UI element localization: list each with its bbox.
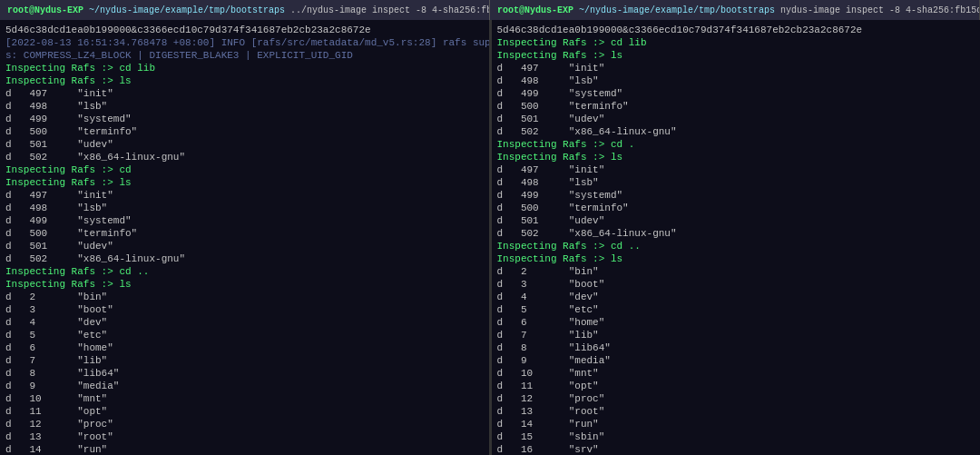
- terminal-line: s: COMPRESS_LZ4_BLOCK | DIGESTER_BLAKE3 …: [5, 49, 484, 62]
- terminal-line: d 500 "terminfo": [497, 202, 975, 214]
- terminal-line: d 14 "run": [497, 418, 975, 430]
- terminal-line: Inspecting Rafs :> cd ..: [5, 265, 484, 278]
- terminal-line: Inspecting Rafs :> cd ..: [497, 240, 975, 252]
- terminal-line: d 500 "terminfo": [5, 227, 484, 240]
- terminal-line: d 13 "root": [497, 405, 975, 418]
- terminal-line: d 500 "terminfo": [5, 125, 484, 138]
- terminal-line: Inspecting Rafs :> cd lib: [5, 62, 484, 74]
- terminal-line: d 497 "init": [5, 87, 484, 100]
- terminal-line: Inspecting Rafs :> ls: [497, 252, 975, 265]
- tab-left-prompt: root@Nydus-EXP: [7, 5, 83, 15]
- terminal-right[interactable]: 5d46c38dcd1ea0b199000&c3366ecd10c79d374f…: [492, 20, 981, 455]
- tab-left[interactable]: root@Nydus-EXP ~/nydus-image/example/tmp…: [0, 0, 490, 20]
- terminal-line: d 2 "bin": [5, 291, 484, 303]
- terminal-line: d 5 "etc": [5, 329, 484, 341]
- terminal-line: d 502 "x86_64-linux-gnu": [497, 125, 975, 138]
- terminal-line: d 501 "udev": [5, 240, 484, 252]
- top-bar: root@Nydus-EXP ~/nydus-image/example/tmp…: [0, 0, 980, 20]
- terminal-line: Inspecting Rafs :> ls: [5, 176, 484, 189]
- terminal-line: Inspecting Rafs :> ls: [5, 278, 484, 291]
- terminal-line: d 8 "lib64": [497, 341, 975, 354]
- terminal-line: Inspecting Rafs :> ls: [5, 74, 484, 87]
- terminal-line: d 498 "lsb": [5, 100, 484, 113]
- terminal-line: 5d46c38dcd1ea0b199000&c3366ecd10c79d374f…: [497, 24, 975, 36]
- terminal-line: d 502 "x86_64-linux-gnu": [5, 151, 484, 163]
- terminal-line: d 501 "udev": [5, 138, 484, 151]
- tab-left-cmd: ../nydus-image inspect -8 4-sha256:fb15d…: [290, 5, 490, 15]
- terminal-line: d 14 "run": [5, 443, 484, 455]
- terminal-line: d 499 "systemd": [5, 214, 484, 227]
- terminal-line: d 502 "x86_64-linux-gnu": [497, 227, 975, 240]
- tab-left-path: ~/nydus-image/example/tmp/bootstraps: [89, 5, 285, 15]
- terminal-line: Inspecting Rafs :> ls: [497, 151, 975, 163]
- terminal-line: d 4 "dev": [497, 291, 975, 303]
- terminals-container: 5d46c38dcd1ea0b199000&c3366ecd10c79d374f…: [0, 20, 980, 455]
- terminal-line: d 497 "init": [497, 163, 975, 176]
- terminal-line: d 500 "terminfo": [497, 100, 975, 113]
- tab-right[interactable]: root@Nydus-EXP ~/nydus-image/example/tmp…: [490, 0, 980, 20]
- terminal-line: d 497 "init": [5, 189, 484, 202]
- terminal-line: d 499 "systemd": [5, 113, 484, 125]
- terminal-line: d 10 "mnt": [497, 367, 975, 380]
- terminal-line: d 6 "home": [497, 316, 975, 329]
- terminal-line: d 15 "sbin": [497, 430, 975, 443]
- terminal-line: d 4 "dev": [5, 316, 484, 329]
- tab-right-prompt: root@Nydus-EXP: [497, 5, 573, 15]
- terminal-line: d 499 "systemd": [497, 87, 975, 100]
- tab-right-cmd: nydus-image inspect -8 4-sha256:fb15d46c…: [780, 5, 980, 15]
- terminal-line: d 497 "init": [497, 62, 975, 74]
- terminal-line: 5d46c38dcd1ea0b199000&c3366ecd10c79d374f…: [5, 24, 484, 36]
- tab-right-path: ~/nydus-image/example/tmp/bootstraps: [579, 5, 775, 15]
- terminal-line: d 10 "mnt": [5, 392, 484, 405]
- terminal-line: d 5 "etc": [497, 303, 975, 316]
- terminal-line: Inspecting Rafs :> cd .: [497, 138, 975, 151]
- terminal-line: d 7 "lib": [497, 329, 975, 341]
- terminal-line: d 11 "opt": [5, 405, 484, 418]
- terminal-line: d 2 "bin": [497, 265, 975, 278]
- terminal-line: d 8 "lib64": [5, 367, 484, 380]
- terminal-line: d 498 "lsb": [497, 176, 975, 189]
- terminal-line: d 7 "lib": [5, 354, 484, 367]
- terminal-line: d 498 "lsb": [5, 202, 484, 214]
- terminal-line: d 12 "proc": [5, 418, 484, 430]
- terminal-line: d 3 "boot": [5, 303, 484, 316]
- terminal-line: d 499 "systemd": [497, 189, 975, 202]
- terminal-line: Inspecting Rafs :> cd lib: [497, 36, 975, 49]
- terminal-line: d 16 "srv": [497, 443, 975, 455]
- terminal-left[interactable]: 5d46c38dcd1ea0b199000&c3366ecd10c79d374f…: [0, 20, 490, 455]
- terminal-line: d 3 "boot": [497, 278, 975, 291]
- terminal-line: d 12 "proc": [497, 392, 975, 405]
- terminal-line: Inspecting Rafs :> ls: [497, 49, 975, 62]
- terminal-line: [2022-08-13 16:51:34.768478 +08:00] INFO…: [5, 36, 484, 49]
- terminal-line: d 502 "x86_64-linux-gnu": [5, 252, 484, 265]
- terminal-line: d 498 "lsb": [497, 74, 975, 87]
- terminal-line: d 9 "media": [497, 354, 975, 367]
- terminal-line: d 13 "root": [5, 430, 484, 443]
- terminal-line: Inspecting Rafs :> cd: [5, 163, 484, 176]
- terminal-line: d 501 "udev": [497, 214, 975, 227]
- terminal-line: d 6 "home": [5, 341, 484, 354]
- terminal-line: d 9 "media": [5, 380, 484, 392]
- terminal-line: d 501 "udev": [497, 113, 975, 125]
- terminal-line: d 11 "opt": [497, 380, 975, 392]
